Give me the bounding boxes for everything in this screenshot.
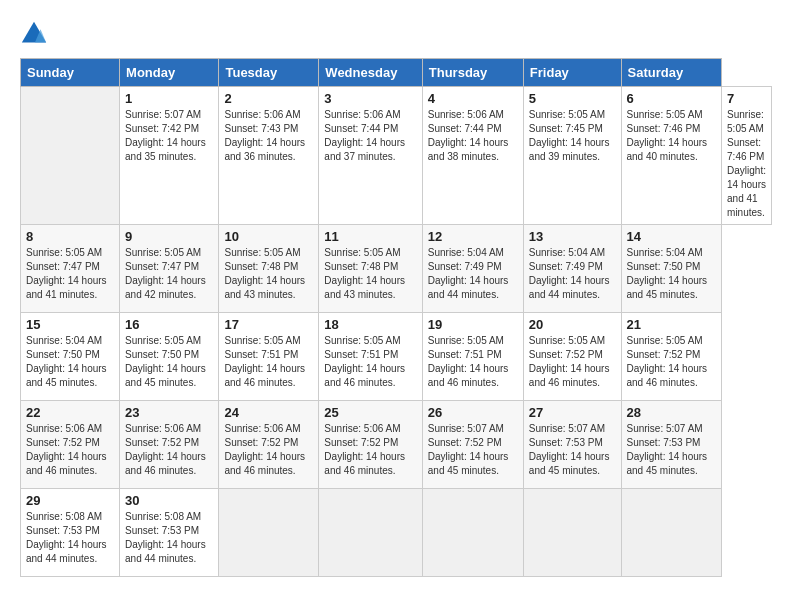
day-info: Sunrise: 5:06 AMSunset: 7:44 PMDaylight:… xyxy=(428,108,518,164)
day-cell-18: 18Sunrise: 5:05 AMSunset: 7:51 PMDayligh… xyxy=(319,313,422,401)
day-cell-30: 30Sunrise: 5:08 AMSunset: 7:53 PMDayligh… xyxy=(120,489,219,577)
day-cell-24: 24Sunrise: 5:06 AMSunset: 7:52 PMDayligh… xyxy=(219,401,319,489)
day-number: 11 xyxy=(324,229,416,244)
day-cell-28: 28Sunrise: 5:07 AMSunset: 7:53 PMDayligh… xyxy=(621,401,722,489)
day-cell-20: 20Sunrise: 5:05 AMSunset: 7:52 PMDayligh… xyxy=(523,313,621,401)
day-number: 2 xyxy=(224,91,313,106)
day-info: Sunrise: 5:05 AMSunset: 7:47 PMDaylight:… xyxy=(26,246,114,302)
day-cell-26: 26Sunrise: 5:07 AMSunset: 7:52 PMDayligh… xyxy=(422,401,523,489)
calendar-header-wednesday: Wednesday xyxy=(319,59,422,87)
day-number: 30 xyxy=(125,493,213,508)
day-cell-22: 22Sunrise: 5:06 AMSunset: 7:52 PMDayligh… xyxy=(21,401,120,489)
day-info: Sunrise: 5:08 AMSunset: 7:53 PMDaylight:… xyxy=(125,510,213,566)
day-number: 10 xyxy=(224,229,313,244)
day-cell-13: 13Sunrise: 5:04 AMSunset: 7:49 PMDayligh… xyxy=(523,225,621,313)
day-cell-3: 3Sunrise: 5:06 AMSunset: 7:44 PMDaylight… xyxy=(319,87,422,225)
day-info: Sunrise: 5:06 AMSunset: 7:52 PMDaylight:… xyxy=(324,422,416,478)
logo-icon xyxy=(20,20,48,48)
day-info: Sunrise: 5:05 AMSunset: 7:48 PMDaylight:… xyxy=(224,246,313,302)
day-info: Sunrise: 5:05 AMSunset: 7:46 PMDaylight:… xyxy=(727,108,766,220)
empty-cell xyxy=(219,489,319,577)
empty-cell xyxy=(422,489,523,577)
day-number: 26 xyxy=(428,405,518,420)
day-number: 23 xyxy=(125,405,213,420)
day-info: Sunrise: 5:05 AMSunset: 7:52 PMDaylight:… xyxy=(627,334,717,390)
calendar-header-monday: Monday xyxy=(120,59,219,87)
day-info: Sunrise: 5:07 AMSunset: 7:53 PMDaylight:… xyxy=(627,422,717,478)
day-cell-5: 5Sunrise: 5:05 AMSunset: 7:45 PMDaylight… xyxy=(523,87,621,225)
day-info: Sunrise: 5:05 AMSunset: 7:48 PMDaylight:… xyxy=(324,246,416,302)
day-cell-29: 29Sunrise: 5:08 AMSunset: 7:53 PMDayligh… xyxy=(21,489,120,577)
day-cell-25: 25Sunrise: 5:06 AMSunset: 7:52 PMDayligh… xyxy=(319,401,422,489)
day-info: Sunrise: 5:06 AMSunset: 7:44 PMDaylight:… xyxy=(324,108,416,164)
day-cell-9: 9Sunrise: 5:05 AMSunset: 7:47 PMDaylight… xyxy=(120,225,219,313)
calendar-table: SundayMondayTuesdayWednesdayThursdayFrid… xyxy=(20,58,772,577)
day-cell-15: 15Sunrise: 5:04 AMSunset: 7:50 PMDayligh… xyxy=(21,313,120,401)
logo xyxy=(20,20,52,48)
day-cell-8: 8Sunrise: 5:05 AMSunset: 7:47 PMDaylight… xyxy=(21,225,120,313)
day-number: 22 xyxy=(26,405,114,420)
empty-cell xyxy=(21,87,120,225)
day-number: 25 xyxy=(324,405,416,420)
calendar-header-friday: Friday xyxy=(523,59,621,87)
day-cell-23: 23Sunrise: 5:06 AMSunset: 7:52 PMDayligh… xyxy=(120,401,219,489)
day-cell-10: 10Sunrise: 5:05 AMSunset: 7:48 PMDayligh… xyxy=(219,225,319,313)
day-number: 8 xyxy=(26,229,114,244)
day-info: Sunrise: 5:04 AMSunset: 7:49 PMDaylight:… xyxy=(529,246,616,302)
day-cell-14: 14Sunrise: 5:04 AMSunset: 7:50 PMDayligh… xyxy=(621,225,722,313)
day-info: Sunrise: 5:05 AMSunset: 7:50 PMDaylight:… xyxy=(125,334,213,390)
day-info: Sunrise: 5:06 AMSunset: 7:52 PMDaylight:… xyxy=(224,422,313,478)
day-number: 14 xyxy=(627,229,717,244)
day-number: 4 xyxy=(428,91,518,106)
day-number: 24 xyxy=(224,405,313,420)
day-number: 9 xyxy=(125,229,213,244)
calendar-header-thursday: Thursday xyxy=(422,59,523,87)
day-info: Sunrise: 5:05 AMSunset: 7:46 PMDaylight:… xyxy=(627,108,717,164)
day-number: 20 xyxy=(529,317,616,332)
calendar-header-tuesday: Tuesday xyxy=(219,59,319,87)
calendar-header-row: SundayMondayTuesdayWednesdayThursdayFrid… xyxy=(21,59,772,87)
day-info: Sunrise: 5:07 AMSunset: 7:52 PMDaylight:… xyxy=(428,422,518,478)
day-info: Sunrise: 5:04 AMSunset: 7:50 PMDaylight:… xyxy=(627,246,717,302)
week-row-2: 8Sunrise: 5:05 AMSunset: 7:47 PMDaylight… xyxy=(21,225,772,313)
day-cell-1: 1Sunrise: 5:07 AMSunset: 7:42 PMDaylight… xyxy=(120,87,219,225)
calendar-header-saturday: Saturday xyxy=(621,59,722,87)
day-number: 27 xyxy=(529,405,616,420)
empty-cell xyxy=(523,489,621,577)
day-cell-19: 19Sunrise: 5:05 AMSunset: 7:51 PMDayligh… xyxy=(422,313,523,401)
day-number: 19 xyxy=(428,317,518,332)
day-cell-4: 4Sunrise: 5:06 AMSunset: 7:44 PMDaylight… xyxy=(422,87,523,225)
day-cell-21: 21Sunrise: 5:05 AMSunset: 7:52 PMDayligh… xyxy=(621,313,722,401)
empty-cell xyxy=(319,489,422,577)
day-number: 29 xyxy=(26,493,114,508)
day-number: 15 xyxy=(26,317,114,332)
day-info: Sunrise: 5:06 AMSunset: 7:52 PMDaylight:… xyxy=(26,422,114,478)
day-info: Sunrise: 5:04 AMSunset: 7:50 PMDaylight:… xyxy=(26,334,114,390)
day-cell-12: 12Sunrise: 5:04 AMSunset: 7:49 PMDayligh… xyxy=(422,225,523,313)
week-row-5: 29Sunrise: 5:08 AMSunset: 7:53 PMDayligh… xyxy=(21,489,772,577)
day-cell-2: 2Sunrise: 5:06 AMSunset: 7:43 PMDaylight… xyxy=(219,87,319,225)
week-row-1: 1Sunrise: 5:07 AMSunset: 7:42 PMDaylight… xyxy=(21,87,772,225)
day-number: 1 xyxy=(125,91,213,106)
day-number: 21 xyxy=(627,317,717,332)
day-cell-6: 6Sunrise: 5:05 AMSunset: 7:46 PMDaylight… xyxy=(621,87,722,225)
day-info: Sunrise: 5:06 AMSunset: 7:52 PMDaylight:… xyxy=(125,422,213,478)
day-info: Sunrise: 5:05 AMSunset: 7:45 PMDaylight:… xyxy=(529,108,616,164)
day-info: Sunrise: 5:07 AMSunset: 7:53 PMDaylight:… xyxy=(529,422,616,478)
day-number: 17 xyxy=(224,317,313,332)
week-row-4: 22Sunrise: 5:06 AMSunset: 7:52 PMDayligh… xyxy=(21,401,772,489)
day-number: 16 xyxy=(125,317,213,332)
day-info: Sunrise: 5:05 AMSunset: 7:52 PMDaylight:… xyxy=(529,334,616,390)
day-number: 6 xyxy=(627,91,717,106)
day-info: Sunrise: 5:05 AMSunset: 7:47 PMDaylight:… xyxy=(125,246,213,302)
day-cell-11: 11Sunrise: 5:05 AMSunset: 7:48 PMDayligh… xyxy=(319,225,422,313)
day-number: 13 xyxy=(529,229,616,244)
day-cell-27: 27Sunrise: 5:07 AMSunset: 7:53 PMDayligh… xyxy=(523,401,621,489)
day-number: 18 xyxy=(324,317,416,332)
calendar-header-sunday: Sunday xyxy=(21,59,120,87)
day-info: Sunrise: 5:05 AMSunset: 7:51 PMDaylight:… xyxy=(428,334,518,390)
day-info: Sunrise: 5:08 AMSunset: 7:53 PMDaylight:… xyxy=(26,510,114,566)
day-info: Sunrise: 5:04 AMSunset: 7:49 PMDaylight:… xyxy=(428,246,518,302)
week-row-3: 15Sunrise: 5:04 AMSunset: 7:50 PMDayligh… xyxy=(21,313,772,401)
day-number: 5 xyxy=(529,91,616,106)
